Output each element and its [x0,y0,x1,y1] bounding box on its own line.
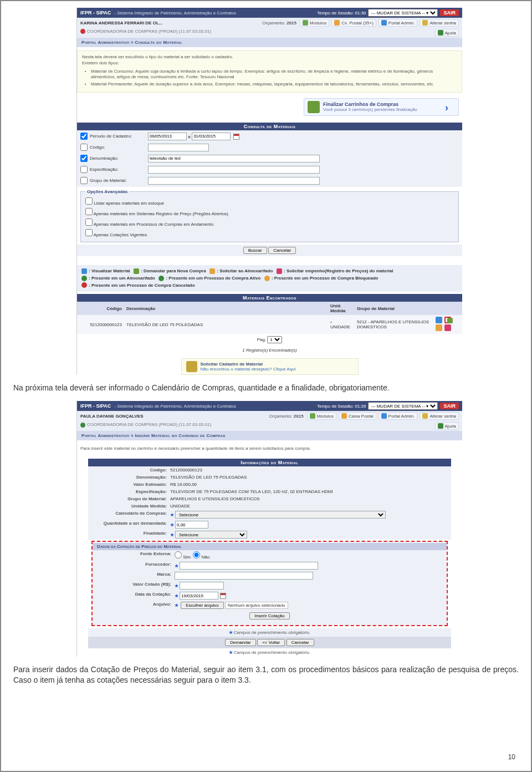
cell-unid: UNIDADE [330,324,350,329]
icon-legend: : Visualizar Material : Demandar para No… [77,265,462,292]
tool-modules[interactable]: Módulos [300,19,329,27]
results-table: Código Denominação Unid. Medida Grupo de… [77,302,462,334]
th-grupo: Grupo de Material [355,302,432,315]
cancel-button[interactable]: Cancelar [268,247,296,254]
results-count: 1 Registro(s) Encontrado(s) [242,348,296,353]
budget-year: 2015 [287,21,296,26]
modules-icon [310,413,315,419]
register-title: Solicitar Cadastro de Material [201,362,296,367]
mail-icon [341,413,347,419]
search-button-row: Buscar Cancelar [77,245,462,256]
fornecedor-input[interactable] [180,562,318,570]
chevron-right-icon: › [445,102,455,112]
key-icon [422,20,428,26]
logout-button[interactable]: SAIR [440,9,459,16]
system-switch-dropdown[interactable]: --- MUDAR DE SISTEMA -- ▾ [368,9,438,17]
chk-periodo[interactable] [80,133,88,140]
budget-label: Orçamento: [262,21,285,26]
dot-orange-icon [264,276,270,281]
fonte-sim-radio[interactable] [175,551,182,558]
dot-green2-icon [158,276,164,281]
system-switch-dropdown-2[interactable]: --- MUDAR DE SISTEMA -- ▾ [368,402,438,410]
calendar-select[interactable]: Selecione [175,511,386,519]
user-line-2: PAULA DAYANE GONÇALVES Orçamento: 2015 M… [77,411,462,421]
tool-change-password[interactable]: Alterar senha [420,19,459,27]
tool-portal-admin[interactable]: Portal Admin. [378,19,418,27]
fonte-nao-radio[interactable] [193,551,200,558]
page-number: 10 [508,753,515,761]
adv-opt-1[interactable] [85,208,93,215]
doc-paragraph-1: Na próxima tela deverá ser informado o C… [13,383,519,393]
calendar-icon[interactable] [220,593,226,599]
codigo-input[interactable] [148,144,209,151]
adv-opt-3[interactable] [85,229,93,236]
adv-opt-0[interactable] [85,197,93,205]
chk-grupo[interactable] [80,177,88,184]
th-unid: Unid. Medida [328,302,355,315]
tool-mailbox-2[interactable]: Caixa Postal [339,412,376,420]
cart-pending-callout[interactable]: Finalizar Carrinhos de Compras Você poss… [304,98,459,116]
pager: Pag. 1 [77,334,462,346]
tool-help-2[interactable]: Ajuda [435,422,459,430]
calendar-icon[interactable] [233,134,239,140]
chk-especificacao[interactable] [80,166,88,173]
grupo-input[interactable] [148,177,320,185]
valor-cotado-input[interactable] [180,582,224,590]
row-warehouse-icon[interactable] [436,324,442,331]
chk-denominacao[interactable] [80,155,88,162]
mail-icon [334,20,340,26]
insert-quote-button[interactable]: Inserir Cotação [249,612,289,619]
topbar: IFPR - SIPAC - Sistema Integrado de Patr… [77,8,462,18]
view-icon [81,268,87,274]
tool-help[interactable]: Ajuda [435,29,459,37]
periodo-from-input[interactable] [148,133,187,140]
finality-select[interactable]: Selecione [175,531,247,539]
row-demand-icon[interactable] [444,317,451,323]
tool-portal-admin-2[interactable]: Portal Admin. [378,412,418,420]
demand-icon [134,268,139,274]
dot-red-icon [81,282,87,288]
tool-mailbox[interactable]: Cx. Postal (35+) [331,19,376,27]
help-icon [438,423,443,429]
back-button[interactable]: << Voltar [257,639,285,646]
advanced-options: Opções Avançadas Listar apenas materiais… [80,189,459,242]
chk-codigo[interactable] [80,144,88,151]
section-info-material: Informações do Material [88,459,451,466]
tool-modules-2[interactable]: Módulos [307,412,336,420]
empenho-icon [277,268,282,274]
dept-line-2: COORDENADORIA DE COMPRAS (PROAD) (11.07.… [77,421,462,431]
info-box: Nesta tela deverá ser escolhido o tipo d… [77,50,462,93]
row-view-icon[interactable] [436,317,442,323]
cart-icon [308,101,320,113]
app2-screenshot: IFPR - SIPAC - Sistema Integrado de Patr… [76,401,462,657]
subtitle: - Sistema Integrado de Patrimônio, Admin… [114,11,317,16]
periodo-to-input[interactable] [192,133,231,140]
app1-screenshot: IFPR - SIPAC - Sistema Integrado de Patr… [76,8,462,375]
logout-button-2[interactable]: SAIR [440,403,459,409]
register-material-callout[interactable]: Solicitar Cadastro de Material Não encon… [181,358,359,375]
row-empenho-icon[interactable] [444,324,451,331]
table-row: 5212000000123 TELEVISÃO DE LED 75 POLEGA… [77,315,462,334]
marca-input[interactable] [175,572,313,580]
breadcrumb-2: Portal Administrativo > Inserir Material… [77,431,462,440]
search-button[interactable]: Buscar [243,247,267,254]
th-denom: Denominação [124,302,328,315]
cancel-button-2[interactable]: Cancelar [287,639,314,646]
data-cotacao-input[interactable] [180,592,218,600]
file-none-label: Nenhum arquivo selecionado [225,602,288,609]
denominacao-input[interactable] [148,155,320,162]
info-sub: Existem dois tipos: [82,60,457,67]
quantity-input[interactable] [175,521,208,529]
help-icon [438,30,443,35]
demand-button[interactable]: Demandar [225,639,255,646]
especificacao-input[interactable] [148,166,320,174]
page-select[interactable]: 1 [267,336,282,343]
adv-opt-2[interactable] [85,219,93,226]
info-espec: TELEVISOR DE 75 POLEGADAS COM TELA LED, … [170,489,447,494]
topbar-2: IFPR - SIPAC - Sistema Integrado de Patr… [77,401,462,411]
cart-title: Finalizar Carrinhos de Compras [323,101,442,107]
tool-change-password-2[interactable]: Alterar senha [420,412,459,420]
info-unid: UNIDADE [170,504,447,509]
session-time: Tempo de Sessão: 01:30 [317,11,366,16]
choose-file-button[interactable]: Escolher arquivo [181,602,224,609]
